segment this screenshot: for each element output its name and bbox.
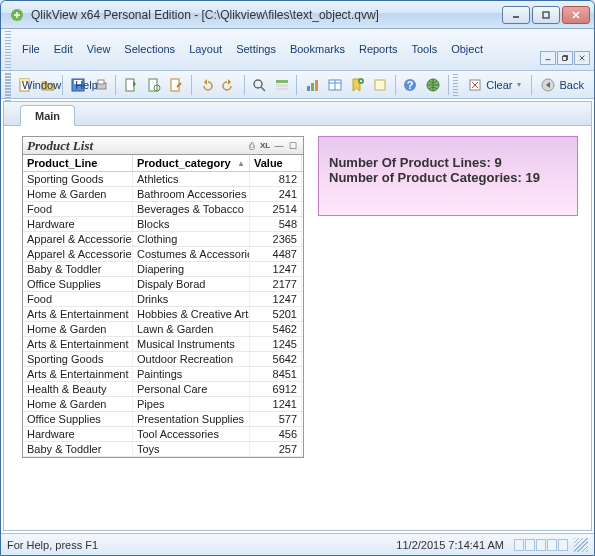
table-row[interactable]: Home & GardenPipes1241 xyxy=(23,397,303,412)
svg-rect-16 xyxy=(126,79,134,91)
minimize-object-icon[interactable]: — xyxy=(273,140,285,152)
text-line-2: Number of Product Categories: 19 xyxy=(329,170,567,185)
table-row[interactable]: Office SuppliesDispaly Borad2177 xyxy=(23,277,303,292)
cell-product-category: Blocks xyxy=(133,217,250,231)
mdi-minimize-button[interactable] xyxy=(540,51,556,65)
undo-layout-icon[interactable] xyxy=(196,74,217,96)
cell-product-line: Hardware xyxy=(23,427,133,441)
reload-icon[interactable] xyxy=(143,74,164,96)
cell-product-line: Baby & Toddler xyxy=(23,262,133,276)
menubar-grip[interactable] xyxy=(5,31,11,67)
product-list-caption[interactable]: Product List ⎙ XL — ☐ xyxy=(23,137,303,155)
header-product-line[interactable]: Product_Line xyxy=(23,155,133,171)
table-icon[interactable] xyxy=(324,74,345,96)
cell-product-category: Tool Accessories xyxy=(133,427,250,441)
table-row[interactable]: FoodBeverages & Tobacco2514 xyxy=(23,202,303,217)
table-row[interactable]: Arts & EntertainmentMusical Instruments1… xyxy=(23,337,303,352)
cell-product-line: Food xyxy=(23,292,133,306)
svg-rect-25 xyxy=(307,86,310,91)
tab-main[interactable]: Main xyxy=(20,105,75,126)
menu-file[interactable]: File xyxy=(15,41,47,57)
svg-rect-27 xyxy=(315,80,318,91)
table-row[interactable]: Office SuppliesPresentation Supplies577 xyxy=(23,412,303,427)
table-row[interactable]: HardwareBlocks548 xyxy=(23,217,303,232)
menu-bookmarks[interactable]: Bookmarks xyxy=(283,41,352,57)
back-button[interactable]: Back xyxy=(535,74,589,96)
menubar-grip-2[interactable] xyxy=(5,67,11,103)
table-row[interactable]: Health & BeautyPersonal Care6912 xyxy=(23,382,303,397)
edit-script-icon[interactable] xyxy=(120,74,141,96)
search-icon[interactable] xyxy=(249,74,270,96)
cell-value: 4487 xyxy=(250,247,302,261)
table-row[interactable]: HardwareTool Accessories456 xyxy=(23,427,303,442)
current-selections-icon[interactable] xyxy=(271,74,292,96)
menu-reports[interactable]: Reports xyxy=(352,41,405,57)
header-value[interactable]: Value xyxy=(250,155,302,171)
table-row[interactable]: Sporting GoodsOutdoor Recreation5642 xyxy=(23,352,303,367)
window-title: QlikView x64 Personal Edition - [C:\Qlik… xyxy=(31,8,502,22)
cell-value: 2514 xyxy=(250,202,302,216)
cell-value: 2177 xyxy=(250,277,302,291)
cell-product-category: Bathroom Accessories xyxy=(133,187,250,201)
cell-product-line: Home & Garden xyxy=(23,187,133,201)
maximize-object-icon[interactable]: ☐ xyxy=(287,140,299,152)
sheet: Product List ⎙ XL — ☐ Product_Line Produ… xyxy=(4,126,591,530)
chart-wizard-icon[interactable] xyxy=(301,74,322,96)
menu-window[interactable]: Window xyxy=(15,77,68,93)
clear-label: Clear xyxy=(486,79,512,91)
menu-settings[interactable]: Settings xyxy=(229,41,283,57)
clear-button[interactable]: Clear ▾ xyxy=(462,74,526,96)
menu-tools[interactable]: Tools xyxy=(404,41,444,57)
cell-product-line: Arts & Entertainment xyxy=(23,307,133,321)
menu-view[interactable]: View xyxy=(80,41,118,57)
maximize-button[interactable] xyxy=(532,6,560,24)
cell-product-line: Apparel & Accessories xyxy=(23,247,133,261)
cell-product-line: Arts & Entertainment xyxy=(23,337,133,351)
header-product-category[interactable]: Product_category▲ xyxy=(133,155,250,171)
webview-icon[interactable] xyxy=(423,74,444,96)
cell-product-line: Baby & Toddler xyxy=(23,442,133,456)
svg-rect-2 xyxy=(543,12,549,18)
mdi-restore-button[interactable] xyxy=(557,51,573,65)
table-row[interactable]: Apparel & AccessoriesCostumes & Accessor… xyxy=(23,247,303,262)
table-row[interactable]: Sporting GoodsAthletics812 xyxy=(23,172,303,187)
text-object[interactable]: Number Of Product Lines: 9 Number of Pro… xyxy=(318,136,578,216)
edit-module-icon[interactable] xyxy=(166,74,187,96)
table-row[interactable]: Arts & EntertainmentPaintings8451 xyxy=(23,367,303,382)
export-xl-icon[interactable]: XL xyxy=(259,140,271,152)
send-to-excel-icon[interactable]: ⎙ xyxy=(245,140,257,152)
bookmark-add-icon[interactable] xyxy=(347,74,368,96)
mdi-close-button[interactable] xyxy=(574,51,590,65)
table-row[interactable]: Home & GardenBathroom Accessories241 xyxy=(23,187,303,202)
table-row[interactable]: Baby & ToddlerDiapering1247 xyxy=(23,262,303,277)
resize-grip[interactable] xyxy=(574,538,588,552)
svg-text:?: ? xyxy=(407,79,414,91)
notes-icon[interactable] xyxy=(370,74,391,96)
cell-product-line: Food xyxy=(23,202,133,216)
cell-product-category: Musical Instruments xyxy=(133,337,250,351)
tabstrip: Main xyxy=(4,102,591,126)
cell-value: 1247 xyxy=(250,292,302,306)
menu-layout[interactable]: Layout xyxy=(182,41,229,57)
product-list-object[interactable]: Product List ⎙ XL — ☐ Product_Line Produ… xyxy=(22,136,304,458)
minimize-button[interactable] xyxy=(502,6,530,24)
help-icon[interactable]: ? xyxy=(400,74,421,96)
redo-layout-icon[interactable] xyxy=(219,74,240,96)
menu-selections[interactable]: Selections xyxy=(117,41,182,57)
menu-object[interactable]: Object xyxy=(444,41,490,57)
table-row[interactable]: Arts & EntertainmentHobbies & Creative A… xyxy=(23,307,303,322)
table-row[interactable]: Home & GardenLawn & Garden5462 xyxy=(23,322,303,337)
cell-product-line: Office Supplies xyxy=(23,412,133,426)
cell-value: 1245 xyxy=(250,337,302,351)
table-row[interactable]: Apparel & AccessoriesClothing2365 xyxy=(23,232,303,247)
cell-product-category: Clothing xyxy=(133,232,250,246)
cell-product-category: Presentation Supplies xyxy=(133,412,250,426)
svg-rect-32 xyxy=(375,80,385,90)
table-row[interactable]: FoodDrinks1247 xyxy=(23,292,303,307)
table-row[interactable]: Baby & ToddlerToys257 xyxy=(23,442,303,457)
menu-edit[interactable]: Edit xyxy=(47,41,80,57)
product-list-title: Product List xyxy=(27,138,243,154)
menu-help[interactable]: Help xyxy=(68,77,105,93)
toolbar-grip-2[interactable] xyxy=(453,74,459,96)
close-button[interactable] xyxy=(562,6,590,24)
